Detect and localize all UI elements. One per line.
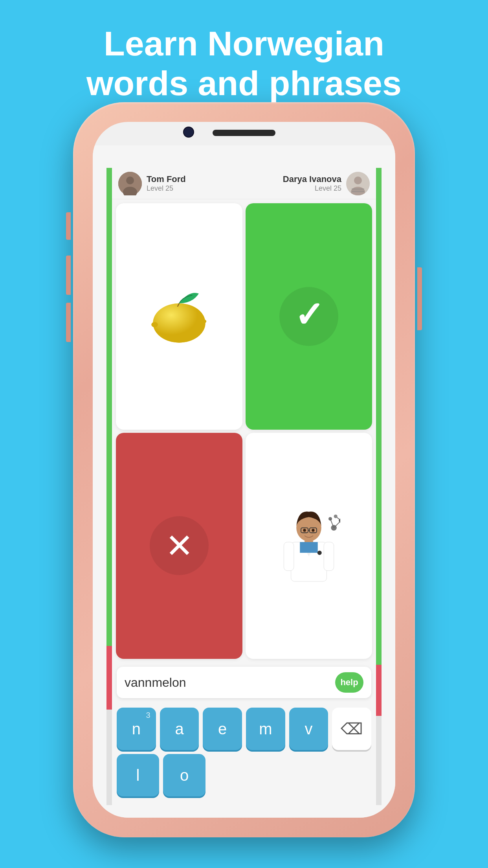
player-info-darya: Darya Ivanova Level 25 <box>283 174 341 193</box>
grid-cell-wrong[interactable]: ✕ <box>116 433 242 659</box>
svg-point-1 <box>126 177 134 184</box>
svg-point-4 <box>354 177 362 184</box>
key-n-label: n <box>132 720 141 738</box>
player-right: Darya Ivanova Level 25 <box>283 172 370 195</box>
key-l-label: l <box>136 767 140 784</box>
svg-rect-30 <box>300 542 317 553</box>
keyboard-row-2: l o <box>117 754 371 796</box>
volume-up-button <box>66 256 71 295</box>
word-display: vannmelon <box>125 675 335 690</box>
players-header: Tom Ford Level 25 <box>112 168 376 199</box>
svg-point-11 <box>151 322 158 327</box>
keyboard-row-1: n 3 a e m <box>117 708 371 750</box>
svg-point-31 <box>317 551 322 555</box>
player-info-tom: Tom Ford Level 25 <box>147 174 186 193</box>
svg-rect-14 <box>284 542 294 571</box>
key-n[interactable]: n 3 <box>117 708 156 750</box>
key-e[interactable]: e <box>203 708 242 750</box>
svg-rect-7 <box>352 191 364 192</box>
key-l[interactable]: l <box>117 754 159 796</box>
svg-rect-15 <box>324 542 334 571</box>
key-delete[interactable]: ⌫ <box>332 708 371 750</box>
key-o[interactable]: o <box>163 754 205 796</box>
key-v[interactable]: v <box>289 708 328 750</box>
player-name-darya: Darya Ivanova <box>283 174 341 184</box>
svg-point-27 <box>303 529 306 532</box>
mute-button <box>66 212 71 240</box>
image-grid[interactable]: ✓ ✕ <box>112 199 376 663</box>
grid-cell-correct[interactable]: ✓ <box>246 203 372 430</box>
player-name-tom: Tom Ford <box>147 174 186 184</box>
key-e-label: e <box>218 720 227 738</box>
key-n-super: 3 <box>146 711 150 720</box>
key-v-label: v <box>305 720 313 738</box>
volume-down-button <box>66 303 71 342</box>
progress-bar-right <box>376 168 382 805</box>
player-left: Tom Ford Level 25 <box>118 172 186 195</box>
key-m[interactable]: m <box>246 708 285 750</box>
svg-point-22 <box>334 515 338 518</box>
key-a-label: a <box>175 720 183 738</box>
svg-point-12 <box>201 319 206 323</box>
phone-frame: Tom Ford Level 25 <box>73 102 415 837</box>
checkmark-icon: ✓ <box>294 297 324 333</box>
grid-cell-lemon[interactable] <box>116 203 242 430</box>
player-level-tom: Level 25 <box>147 184 186 193</box>
avatar-tom <box>118 172 142 195</box>
correct-inner: ✓ <box>279 287 338 346</box>
player-level-darya: Level 25 <box>283 184 341 193</box>
avatar-darya <box>346 172 370 195</box>
svg-rect-6 <box>352 188 364 190</box>
input-area: vannmelon help <box>112 663 376 706</box>
svg-point-9 <box>153 303 205 342</box>
key-o-label: o <box>180 767 189 784</box>
grid-cell-scientist[interactable] <box>246 433 372 659</box>
content-area: Tom Ford Level 25 <box>112 168 376 805</box>
camera-icon <box>183 127 194 138</box>
page-title: Learn Norwegian words and phrases <box>0 0 488 103</box>
help-label: help <box>340 677 358 688</box>
help-button[interactable]: help <box>335 672 363 693</box>
screen: Tom Ford Level 25 <box>93 145 395 818</box>
key-a[interactable]: a <box>160 708 199 750</box>
speaker <box>213 130 275 136</box>
progress-bar-left <box>106 168 112 805</box>
wrong-inner: ✕ <box>150 516 209 575</box>
svg-point-18 <box>328 517 332 521</box>
power-button <box>417 267 422 330</box>
word-input-row[interactable]: vannmelon help <box>117 667 371 698</box>
xmark-icon: ✕ <box>165 529 193 563</box>
title-line1: Learn Norwegian <box>104 24 384 63</box>
title-line2: words and phrases <box>86 64 402 103</box>
svg-point-28 <box>312 529 314 532</box>
keyboard: n 3 a e m <box>112 706 376 805</box>
key-m-label: m <box>259 720 272 738</box>
delete-icon: ⌫ <box>341 720 363 738</box>
